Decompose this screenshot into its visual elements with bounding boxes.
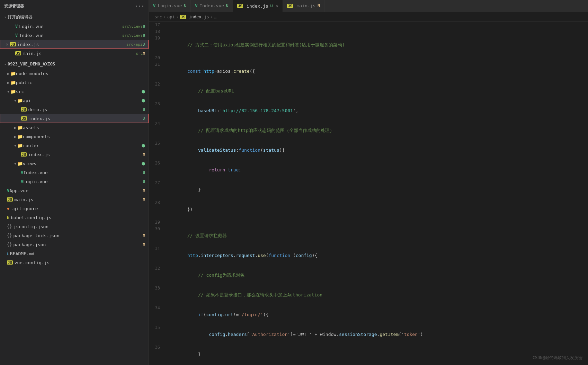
line-num: 26 [149,160,166,167]
folder-name: api [23,98,142,103]
js-icon: JS [10,42,16,46]
breadcrumb: src › api › JS index.js › … [149,12,588,22]
open-file-main-js[interactable]: JS main.js src M [0,49,149,58]
open-file-index-vue[interactable]: V Index.vue src\views U [0,31,149,40]
tab-badge: U [226,3,229,8]
tree-jsconfig-json[interactable]: {} jsconfig.json [0,222,149,231]
project-section[interactable]: ▾ 0923_VUE_DEMO_AXIOS [0,59,149,69]
tree-assets[interactable]: ▶ 📁 assets [0,123,149,132]
folder-name: router [23,143,142,148]
vue-icon: V [15,24,18,29]
tree-demo-js[interactable]: JS demo.js U [0,105,149,114]
tree-gitignore[interactable]: ◆ .gitignore [0,204,149,213]
tree-api[interactable]: ▾ 📁 api ● [0,96,149,105]
open-file-index-js[interactable]: ✕ JS index.js src\api U [0,40,149,49]
tree-router[interactable]: ▾ 📁 router ● [0,141,149,150]
code-container[interactable]: 17 18 19 // 方式二：使用axios创建实例进行相关的配置和封装(适用… [149,22,588,365]
line-num: 35 [149,324,166,331]
tab-close-icon[interactable]: ✕ [276,4,278,8]
line-num: 25 [149,140,166,147]
tree-package-lock-json[interactable]: {} package-lock.json M [0,231,149,240]
breadcrumb-api[interactable]: api [167,15,175,19]
file-name: vue.config.js [14,260,149,265]
line-num: 33 [149,285,166,292]
more-icon[interactable]: ··· [135,3,144,9]
line-num: 23 [149,101,166,107]
tab-label: main.js [296,3,315,8]
modified-dot: ● [142,89,145,94]
open-file-badge: U [142,42,145,47]
js-icon: JS [21,152,27,157]
tree-vue-config-js[interactable]: JS vue.config.js [0,258,149,267]
code-line-35: 35 config.headers['Authorization']='JWT … [149,324,588,344]
tree-package-json[interactable]: {} package.json M [0,240,149,249]
tree-node-modules[interactable]: ▶ 📁 node_modules [0,69,149,78]
folder-name: components [23,134,149,139]
tree-babel-config[interactable]: B babel.config.js [0,213,149,222]
line-num: 36 [149,344,166,351]
code-line-17: 17 [149,22,588,28]
js-icon: JS [15,51,21,55]
line-num: 34 [149,305,166,311]
file-badge: M [143,197,145,202]
tree-app-vue[interactable]: V App.vue M [0,186,149,195]
folder-icon: 📁 [17,98,23,103]
tree-views[interactable]: ▾ 📁 views ● [0,159,149,168]
line-num: 18 [149,28,166,35]
breadcrumb-sep: › [210,15,213,19]
file-name: index.js [28,116,142,121]
open-file-badge: U [143,33,145,38]
file-badge: M [143,233,145,238]
open-file-login-vue[interactable]: V Login.vue src\views U [0,22,149,31]
line-num: 29 [149,219,166,226]
open-file-path: src [136,51,143,56]
vue-icon: V [21,170,23,175]
line-num: 19 [149,35,166,42]
line-num: 20 [149,55,166,61]
code-line-30: 30 // 设置请求拦截器 [149,226,588,246]
line-num: 17 [149,22,166,28]
tree-router-index-js[interactable]: JS index.js M [0,150,149,159]
tree-public[interactable]: ▶ 📁 public [0,78,149,87]
code-line-33: 33 // 如果不是登录接口，那么在请求头中加上Authorization [149,285,588,305]
arrow-right-icon: ▶ [14,125,17,130]
tab-vue-icon: V [153,3,155,8]
tree-components[interactable]: ▶ 📁 components [0,132,149,141]
tab-main-js[interactable]: JS main.js M [283,0,324,12]
folder-name: views [23,161,142,166]
line-content: baseURL:'http://82.156.178.247:5001', [166,101,588,121]
tabs-bar: V Login.vue U V Index.vue U JS index.js … [149,0,588,12]
tab-js-icon: JS [237,4,243,8]
tab-badge: U [184,3,187,8]
line-content: } [166,344,588,364]
js-icon: JS [21,116,27,121]
folder-name: node_modules [16,71,149,76]
file-name: README.md [10,251,149,256]
js-icon: JS [7,260,13,265]
tab-login-vue[interactable]: V Login.vue U [149,0,191,12]
breadcrumb-file[interactable]: index.js [189,15,209,19]
file-name: jsconfig.json [13,224,149,229]
file-name: index.js [28,152,143,157]
close-icon[interactable]: ✕ [6,42,8,47]
tab-index-js[interactable]: JS index.js U ✕ [233,0,283,12]
folder-icon: 📁 [10,71,16,76]
code-line-34: 34 if(config.url!='/login/'){ [149,305,588,324]
tree-readme[interactable]: ℹ README.md [0,249,149,258]
vue-icon: V [21,179,23,184]
breadcrumb-src[interactable]: src [154,15,162,19]
line-content: // 配置请求成功的http响应状态码的范围（全部当作成功的处理） [166,121,588,140]
folder-name: src [16,89,142,94]
tree-main-js[interactable]: JS main.js M [0,195,149,204]
tree-src[interactable]: ▾ 📁 src ● [0,87,149,96]
line-num: 31 [149,246,166,252]
open-editors-section[interactable]: ▾ 打开的编辑器 [0,12,149,22]
tab-badge: M [318,3,320,8]
line-content: config.headers['Authorization']='JWT ' +… [166,324,588,344]
open-file-name: main.js [23,51,134,56]
tree-login-vue[interactable]: V Login.vue U [0,177,149,186]
tab-index-vue[interactable]: V Index.vue U [191,0,233,12]
line-content: // 设置请求拦截器 [166,226,588,246]
tree-index-js[interactable]: JS index.js U [0,114,149,123]
tree-index-vue[interactable]: V Index.vue U [0,168,149,177]
